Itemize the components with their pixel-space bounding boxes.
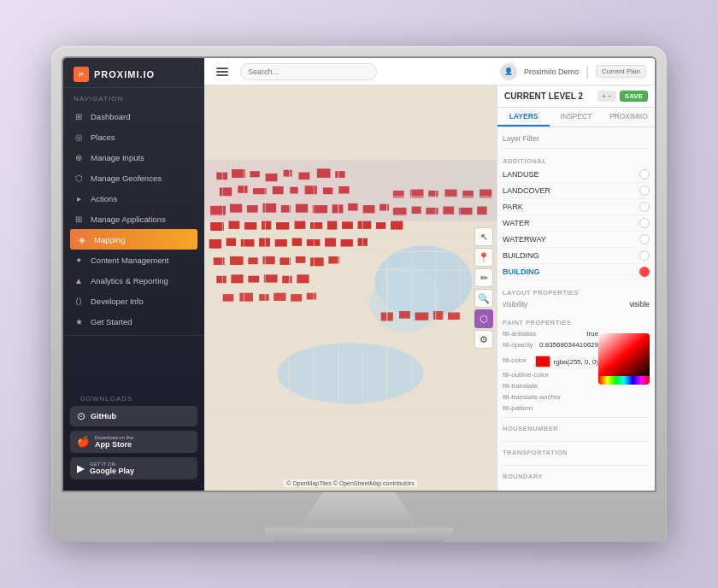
layer-item-water: WATER <box>503 215 650 232</box>
color-hue-bar <box>598 376 650 385</box>
boundary-section: BOUNDARY <box>503 465 650 485</box>
user-name: ProximiIo Demo <box>524 68 579 76</box>
svg-rect-85 <box>399 311 410 319</box>
paint-key-fill-translate-anchor: fill-translate-anchor <box>503 393 650 401</box>
layer-toggle-landuse[interactable] <box>639 169 650 179</box>
save-button[interactable]: SAVE <box>620 91 648 102</box>
layer-item-building-2: BUILDING <box>503 264 650 280</box>
map-tool-cursor[interactable]: ↖ <box>474 227 493 246</box>
sidebar-label-manage-geofences: Manage Geofences <box>91 173 162 183</box>
googleplay-btn-text: GET IT ON Google Play <box>90 462 134 475</box>
map-attribution: © OpenMapTiles © OpenStreetMap contribut… <box>283 479 417 487</box>
tab-inspect[interactable]: INSPECT <box>550 108 602 126</box>
tab-proximio[interactable]: PROXIMIIO <box>603 108 655 126</box>
sidebar-item-actions[interactable]: ▸ Actions <box>63 188 204 209</box>
svg-rect-69 <box>274 293 285 301</box>
layer-toggle-building-2[interactable] <box>639 267 650 277</box>
appstore-icon: 🍎 <box>77 436 90 448</box>
monitor-stand <box>299 492 419 528</box>
housenumber-section: HOUSENUMBER <box>503 417 650 438</box>
svg-rect-36 <box>310 222 322 229</box>
sidebar-item-content-management[interactable]: ✦ Content Management <box>63 250 204 270</box>
layer-toggle-building-1[interactable] <box>639 250 650 261</box>
analytics-icon: ▲ <box>74 275 84 285</box>
map-tool-search[interactable]: 🔍 <box>474 289 493 308</box>
sidebar-item-manage-applications[interactable]: ⊞ Manage Applications <box>63 209 204 229</box>
svg-rect-55 <box>262 256 274 264</box>
sidebar-label-manage-applications: Manage Applications <box>91 215 166 224</box>
paint-row-fill-antialias: fill-antialias true <box>503 328 598 339</box>
color-picker-preview[interactable] <box>598 333 650 385</box>
layer-toggle-water[interactable] <box>639 218 650 228</box>
svg-rect-62 <box>248 276 259 283</box>
layer-item-landuse: LANDUSE <box>503 167 650 183</box>
svg-rect-31 <box>229 221 240 229</box>
get-started-icon: ★ <box>74 316 84 326</box>
map-svg <box>204 85 497 491</box>
paint-key-fill-pattern: fill-pattern <box>503 404 650 412</box>
map-toolbar: ↖ 📍 ✏ 🔍 ⬡ ⚙ <box>474 227 493 349</box>
map-tool-layer[interactable]: ⬡ <box>474 309 493 328</box>
layer-toggle-landcover[interactable] <box>639 185 650 196</box>
layer-item-landcover: LANDCOVER <box>503 183 650 199</box>
layer-name-building-2: BUILDING <box>503 268 540 276</box>
googleplay-icon: ▶ <box>77 462 85 474</box>
svg-rect-71 <box>307 293 316 300</box>
logo-icon: P <box>74 67 89 82</box>
sidebar-item-mapping[interactable]: ◈ Mapping <box>70 229 197 250</box>
sidebar-item-analytics[interactable]: ▲ Analytics & Reporting <box>63 270 204 291</box>
layer-name-landcover: LANDCOVER <box>503 186 550 195</box>
svg-rect-35 <box>294 221 305 229</box>
hamburger-button[interactable] <box>213 64 232 79</box>
sidebar-logo: P PROXIMI.IO <box>63 58 204 88</box>
panel-header: CURRENT LEVEL 2 + − SAVE <box>497 85 655 108</box>
svg-rect-48 <box>307 239 321 246</box>
sidebar-label-actions: Actions <box>91 194 117 203</box>
googleplay-download-btn[interactable]: ▶ GET IT ON Google Play <box>70 457 197 479</box>
map-tool-settings[interactable]: ⚙ <box>474 330 493 349</box>
sidebar-item-dashboard[interactable]: ⊞ Dashboard <box>63 106 204 126</box>
tab-layers[interactable]: LAYERS <box>497 108 550 126</box>
sidebar-item-manage-geofences[interactable]: ⬡ Manage Geofences <box>63 168 204 188</box>
svg-rect-65 <box>297 274 309 283</box>
github-download-btn[interactable]: ⊙ GitHub <box>70 406 197 426</box>
layout-section: LAYOUT PROPERTIES visibility visible <box>503 285 650 310</box>
actions-icon: ▸ <box>74 193 84 203</box>
monitor-base <box>265 528 453 542</box>
topbar-right: 👤 ProximiIo Demo | Current Plan <box>500 63 646 80</box>
sidebar-item-manage-inputs[interactable]: ⊕ Manage Inputs <box>63 147 204 168</box>
paint-key-fill-opacity: fill-opacity <box>503 341 536 349</box>
monitor: P PROXIMI.IO NAVIGATION ⊞ Dashboard ◎ Pl… <box>51 46 667 542</box>
layer-toggle-waterway[interactable] <box>639 234 650 244</box>
sidebar-item-get-started[interactable]: ★ Get Started <box>63 311 204 332</box>
paint-key-fill-translate: fill-translate <box>503 382 598 390</box>
logo-text: PROXIMI.IO <box>94 69 155 79</box>
transportation-section: TRANSPORTATION <box>503 441 650 462</box>
layer-name-building-1: BUILDING <box>503 251 539 260</box>
layer-item-building-1: BUILDING <box>503 248 650 264</box>
svg-rect-57 <box>296 256 305 263</box>
boundary-label: BOUNDARY <box>503 469 543 482</box>
svg-rect-86 <box>415 313 429 320</box>
paint-row-fill-translate: fill-translate <box>503 380 598 391</box>
sidebar-item-places[interactable]: ◎ Places <box>63 126 204 147</box>
layer-toggle-park[interactable] <box>639 202 650 212</box>
color-swatch[interactable] <box>535 356 550 368</box>
content-management-icon: ✦ <box>74 255 84 265</box>
map-tool-pencil[interactable]: ✏ <box>474 268 493 287</box>
svg-rect-50 <box>341 239 353 247</box>
svg-rect-46 <box>275 239 287 247</box>
map-tool-marker[interactable]: 📍 <box>474 248 493 267</box>
map-container[interactable]: ↖ 📍 ✏ 🔍 ⬡ ⚙ © OpenMapTiles © OpenStreetM… <box>204 85 497 491</box>
appstore-btn-text: Download on the App Store <box>95 435 133 449</box>
nav-section-label: NAVIGATION <box>63 88 204 106</box>
svg-rect-49 <box>325 238 336 247</box>
appstore-download-btn[interactable]: 🍎 Download on the App Store <box>70 431 197 453</box>
layer-filter-label: Layer Filter <box>503 132 650 149</box>
panel-controls: + − SAVE <box>597 91 648 102</box>
level-control-btn[interactable]: + − <box>597 91 616 102</box>
transportation-label: TRANSPORTATION <box>503 445 568 458</box>
sidebar-item-developer-info[interactable]: ⟨⟩ Developer Info <box>63 291 204 311</box>
sidebar-label-manage-inputs: Manage Inputs <box>91 153 144 162</box>
search-input[interactable] <box>240 63 377 80</box>
